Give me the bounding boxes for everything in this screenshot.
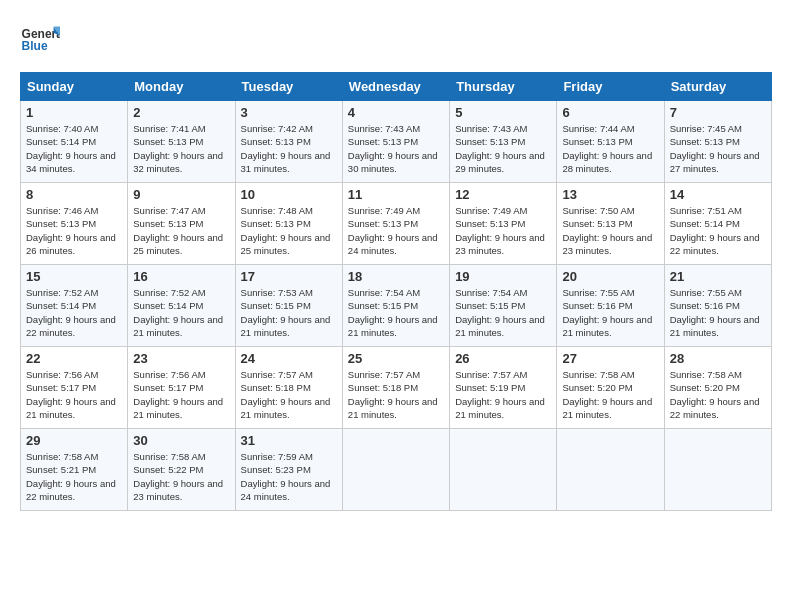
calendar-cell: 9Sunrise: 7:47 AMSunset: 5:13 PMDaylight… [128,183,235,265]
day-info: Sunrise: 7:54 AMSunset: 5:15 PMDaylight:… [348,287,438,338]
calendar-cell: 14Sunrise: 7:51 AMSunset: 5:14 PMDayligh… [664,183,771,265]
day-info: Sunrise: 7:50 AMSunset: 5:13 PMDaylight:… [562,205,652,256]
day-number: 23 [133,351,229,366]
logo: General Blue [20,20,60,60]
calendar-cell: 4Sunrise: 7:43 AMSunset: 5:13 PMDaylight… [342,101,449,183]
day-info: Sunrise: 7:57 AMSunset: 5:18 PMDaylight:… [241,369,331,420]
col-header-monday: Monday [128,73,235,101]
day-number: 9 [133,187,229,202]
day-number: 17 [241,269,337,284]
calendar-cell: 26Sunrise: 7:57 AMSunset: 5:19 PMDayligh… [450,347,557,429]
calendar-cell: 1Sunrise: 7:40 AMSunset: 5:14 PMDaylight… [21,101,128,183]
day-info: Sunrise: 7:40 AMSunset: 5:14 PMDaylight:… [26,123,116,174]
calendar-cell [664,429,771,511]
day-info: Sunrise: 7:55 AMSunset: 5:16 PMDaylight:… [670,287,760,338]
day-info: Sunrise: 7:45 AMSunset: 5:13 PMDaylight:… [670,123,760,174]
calendar-cell: 8Sunrise: 7:46 AMSunset: 5:13 PMDaylight… [21,183,128,265]
day-number: 5 [455,105,551,120]
day-number: 29 [26,433,122,448]
calendar-cell: 6Sunrise: 7:44 AMSunset: 5:13 PMDaylight… [557,101,664,183]
calendar-cell: 31Sunrise: 7:59 AMSunset: 5:23 PMDayligh… [235,429,342,511]
calendar-cell: 7Sunrise: 7:45 AMSunset: 5:13 PMDaylight… [664,101,771,183]
day-info: Sunrise: 7:56 AMSunset: 5:17 PMDaylight:… [26,369,116,420]
day-number: 14 [670,187,766,202]
day-info: Sunrise: 7:49 AMSunset: 5:13 PMDaylight:… [348,205,438,256]
day-number: 19 [455,269,551,284]
calendar-cell: 18Sunrise: 7:54 AMSunset: 5:15 PMDayligh… [342,265,449,347]
day-info: Sunrise: 7:43 AMSunset: 5:13 PMDaylight:… [455,123,545,174]
day-number: 4 [348,105,444,120]
day-info: Sunrise: 7:52 AMSunset: 5:14 PMDaylight:… [133,287,223,338]
day-number: 16 [133,269,229,284]
calendar-cell: 23Sunrise: 7:56 AMSunset: 5:17 PMDayligh… [128,347,235,429]
calendar-cell: 12Sunrise: 7:49 AMSunset: 5:13 PMDayligh… [450,183,557,265]
calendar-cell: 16Sunrise: 7:52 AMSunset: 5:14 PMDayligh… [128,265,235,347]
day-info: Sunrise: 7:51 AMSunset: 5:14 PMDaylight:… [670,205,760,256]
day-number: 1 [26,105,122,120]
col-header-saturday: Saturday [664,73,771,101]
col-header-thursday: Thursday [450,73,557,101]
day-info: Sunrise: 7:57 AMSunset: 5:19 PMDaylight:… [455,369,545,420]
day-number: 11 [348,187,444,202]
day-info: Sunrise: 7:58 AMSunset: 5:20 PMDaylight:… [562,369,652,420]
calendar-cell [450,429,557,511]
day-number: 10 [241,187,337,202]
calendar-cell [557,429,664,511]
day-number: 22 [26,351,122,366]
calendar-cell: 21Sunrise: 7:55 AMSunset: 5:16 PMDayligh… [664,265,771,347]
calendar-cell: 30Sunrise: 7:58 AMSunset: 5:22 PMDayligh… [128,429,235,511]
calendar-cell: 17Sunrise: 7:53 AMSunset: 5:15 PMDayligh… [235,265,342,347]
day-number: 12 [455,187,551,202]
day-info: Sunrise: 7:43 AMSunset: 5:13 PMDaylight:… [348,123,438,174]
calendar-cell: 19Sunrise: 7:54 AMSunset: 5:15 PMDayligh… [450,265,557,347]
day-number: 3 [241,105,337,120]
day-number: 18 [348,269,444,284]
calendar-cell: 5Sunrise: 7:43 AMSunset: 5:13 PMDaylight… [450,101,557,183]
day-info: Sunrise: 7:58 AMSunset: 5:20 PMDaylight:… [670,369,760,420]
day-info: Sunrise: 7:57 AMSunset: 5:18 PMDaylight:… [348,369,438,420]
day-number: 26 [455,351,551,366]
calendar-cell: 2Sunrise: 7:41 AMSunset: 5:13 PMDaylight… [128,101,235,183]
day-number: 27 [562,351,658,366]
day-info: Sunrise: 7:56 AMSunset: 5:17 PMDaylight:… [133,369,223,420]
calendar-cell: 10Sunrise: 7:48 AMSunset: 5:13 PMDayligh… [235,183,342,265]
day-info: Sunrise: 7:48 AMSunset: 5:13 PMDaylight:… [241,205,331,256]
day-number: 25 [348,351,444,366]
day-number: 13 [562,187,658,202]
day-info: Sunrise: 7:59 AMSunset: 5:23 PMDaylight:… [241,451,331,502]
day-info: Sunrise: 7:47 AMSunset: 5:13 PMDaylight:… [133,205,223,256]
calendar-cell: 15Sunrise: 7:52 AMSunset: 5:14 PMDayligh… [21,265,128,347]
day-info: Sunrise: 7:52 AMSunset: 5:14 PMDaylight:… [26,287,116,338]
day-info: Sunrise: 7:53 AMSunset: 5:15 PMDaylight:… [241,287,331,338]
svg-text:Blue: Blue [22,39,48,53]
calendar-cell: 20Sunrise: 7:55 AMSunset: 5:16 PMDayligh… [557,265,664,347]
day-number: 28 [670,351,766,366]
calendar-cell: 24Sunrise: 7:57 AMSunset: 5:18 PMDayligh… [235,347,342,429]
calendar-cell: 25Sunrise: 7:57 AMSunset: 5:18 PMDayligh… [342,347,449,429]
day-number: 20 [562,269,658,284]
day-info: Sunrise: 7:58 AMSunset: 5:22 PMDaylight:… [133,451,223,502]
day-number: 2 [133,105,229,120]
day-info: Sunrise: 7:54 AMSunset: 5:15 PMDaylight:… [455,287,545,338]
day-info: Sunrise: 7:41 AMSunset: 5:13 PMDaylight:… [133,123,223,174]
day-info: Sunrise: 7:58 AMSunset: 5:21 PMDaylight:… [26,451,116,502]
calendar-cell: 27Sunrise: 7:58 AMSunset: 5:20 PMDayligh… [557,347,664,429]
day-number: 31 [241,433,337,448]
day-number: 24 [241,351,337,366]
calendar-cell [342,429,449,511]
day-number: 6 [562,105,658,120]
day-info: Sunrise: 7:42 AMSunset: 5:13 PMDaylight:… [241,123,331,174]
header: General Blue [20,20,772,60]
logo-icon: General Blue [20,20,60,60]
calendar-table: SundayMondayTuesdayWednesdayThursdayFrid… [20,72,772,511]
day-number: 8 [26,187,122,202]
calendar-cell: 11Sunrise: 7:49 AMSunset: 5:13 PMDayligh… [342,183,449,265]
day-number: 30 [133,433,229,448]
col-header-sunday: Sunday [21,73,128,101]
day-info: Sunrise: 7:44 AMSunset: 5:13 PMDaylight:… [562,123,652,174]
day-number: 21 [670,269,766,284]
calendar-cell: 13Sunrise: 7:50 AMSunset: 5:13 PMDayligh… [557,183,664,265]
col-header-wednesday: Wednesday [342,73,449,101]
day-number: 15 [26,269,122,284]
calendar-cell: 29Sunrise: 7:58 AMSunset: 5:21 PMDayligh… [21,429,128,511]
